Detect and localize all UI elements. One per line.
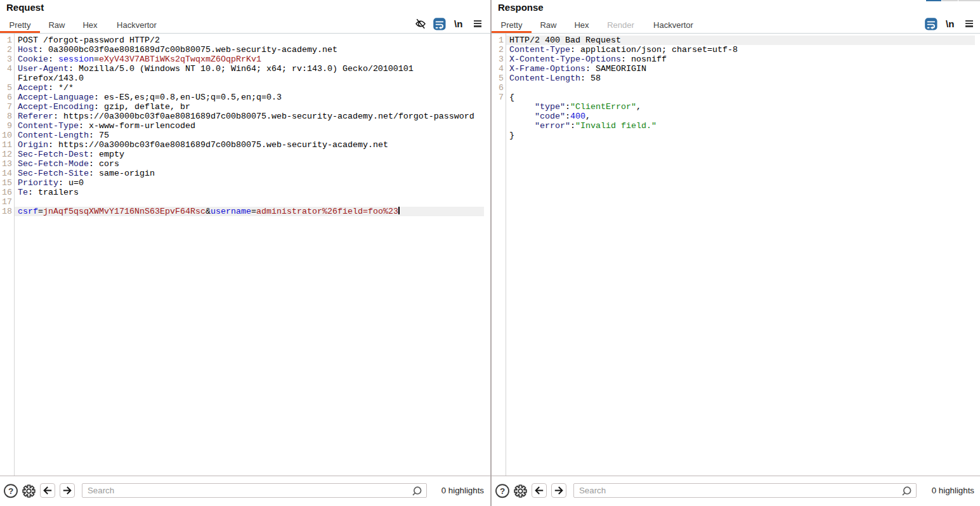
svg-text:?: ? [500, 486, 505, 496]
svg-text:?: ? [8, 486, 13, 496]
